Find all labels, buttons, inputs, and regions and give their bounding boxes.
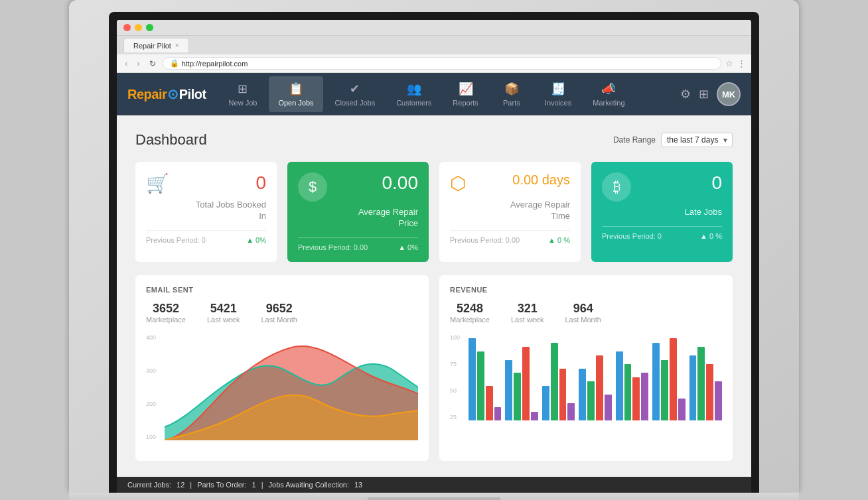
- avg-price-trend: ▲ 0%: [398, 243, 418, 251]
- current-jobs-value: 12: [177, 481, 184, 489]
- bar: [632, 377, 640, 420]
- avg-time-label: Average RepairTime: [450, 200, 570, 222]
- laptop-screen-area: Repair Pilot × ‹ › ↻ 🔒 http://repairpilo…: [69, 0, 799, 493]
- customers-icon: 👥: [407, 82, 421, 96]
- grid-icon[interactable]: ⊞: [699, 87, 709, 101]
- bar: [661, 360, 668, 420]
- revenue-stat-lastmonth: 964 Last Month: [565, 302, 601, 324]
- nav-item-open-jobs[interactable]: 📋 Open Jobs: [269, 76, 323, 112]
- browser-settings-icon[interactable]: ⋮: [737, 58, 746, 68]
- bar: [531, 412, 538, 420]
- revenue-chart-title: REVENUE: [450, 286, 722, 294]
- total-jobs-label: Total Jobs BookedIn: [146, 200, 266, 222]
- revenue-chart-card: REVENUE 5248 Marketplace 321 Last week: [439, 275, 733, 461]
- late-jobs-value: 0: [711, 172, 722, 194]
- dashboard-header: Dashboard Date Range the last 7 days las…: [135, 131, 733, 149]
- bar: [652, 343, 660, 420]
- nav-item-parts[interactable]: 📦 Parts: [490, 76, 533, 112]
- bar: [551, 343, 558, 420]
- browser-chrome: Repair Pilot × ‹ › ↻ 🔒 http://repairpilo…: [117, 20, 751, 493]
- email-marketplace-label: Marketplace: [146, 316, 186, 324]
- traffic-light-green[interactable]: [146, 24, 153, 31]
- email-stat-lastmonth: 9652 Last Month: [261, 302, 297, 324]
- stat-card-total-jobs: 🛒 0 Total Jobs BookedIn Previous Period:…: [135, 162, 277, 262]
- email-lastmonth-value: 9652: [261, 302, 297, 316]
- parts-label: Parts To Order:: [197, 481, 246, 489]
- email-chart-title: EMAIL SENT: [146, 286, 418, 294]
- bookmark-icon[interactable]: ☆: [725, 58, 733, 68]
- bar-group-4: [616, 334, 648, 420]
- url-input[interactable]: 🔒 http://repairpilot.com: [163, 57, 721, 70]
- awaiting-label: Jobs Awaiting Collection:: [269, 481, 349, 489]
- tab-bar: Repair Pilot ×: [117, 36, 751, 54]
- revenue-lastmonth-value: 964: [565, 302, 601, 316]
- email-lastweek-label: Last week: [207, 316, 240, 324]
- marketing-icon: 📣: [601, 82, 616, 96]
- avg-time-value: 0.00 days: [512, 172, 570, 188]
- bar-group-3: [579, 334, 611, 420]
- avg-time-previous: Previous Period: 0.00: [450, 236, 520, 244]
- date-range-wrapper: the last 7 days last 30 days last 90 day…: [661, 133, 733, 147]
- open-jobs-icon: 📋: [289, 82, 303, 96]
- stat-icon-area-late: ₿ 0: [602, 172, 722, 202]
- bar: [514, 373, 521, 420]
- logo: Repair⊙Pilot: [127, 86, 206, 102]
- url-text: http://repairpilot.com: [182, 60, 248, 68]
- email-chart-stats: 3652 Marketplace 5421 Last week 9652: [146, 302, 418, 324]
- bar: [469, 338, 476, 420]
- email-stat-lastweek: 5421 Last week: [207, 302, 240, 324]
- bar: [486, 386, 493, 420]
- browser-tab[interactable]: Repair Pilot ×: [123, 38, 189, 52]
- bar: [579, 369, 586, 420]
- date-range-select[interactable]: the last 7 days last 30 days last 90 day…: [661, 133, 733, 147]
- bar-group-1: [505, 334, 538, 420]
- charts-row: EMAIL SENT 3652 Marketplace 5421 Last we…: [135, 275, 733, 461]
- revenue-lastmonth-label: Last Month: [565, 316, 601, 324]
- nav-item-new-job[interactable]: ⊞ New Job: [220, 76, 267, 112]
- revenue-stat-marketplace: 5248 Marketplace: [450, 302, 490, 324]
- traffic-light-yellow[interactable]: [135, 24, 142, 31]
- browser-titlebar: [117, 20, 751, 36]
- refresh-button[interactable]: ↻: [147, 58, 159, 70]
- laptop-frame: Repair Pilot × ‹ › ↻ 🔒 http://repairpilo…: [69, 0, 799, 500]
- bar-group-0: [469, 334, 501, 420]
- email-lastmonth-label: Last Month: [261, 316, 297, 324]
- stat-icon-area-price: $ 0.00: [298, 172, 418, 202]
- parts-value: 1: [252, 481, 256, 489]
- bar: [697, 347, 705, 420]
- nav-item-customers[interactable]: 👥 Customers: [387, 76, 441, 112]
- invoices-icon: 🧾: [551, 82, 565, 96]
- nav-item-reports[interactable]: 📈 Reports: [443, 76, 488, 112]
- back-button[interactable]: ‹: [122, 57, 130, 70]
- stat-card-avg-price: $ 0.00 Average RepairPrice Previous Peri…: [287, 162, 429, 262]
- settings-icon[interactable]: ⚙: [680, 87, 691, 101]
- stat-icon-area-time: ⬡ 0.00 days: [450, 172, 570, 194]
- stat-card-late-jobs: ₿ 0 Late Jobs Previous Period: 0 ▲ 0 %: [591, 162, 733, 262]
- avg-price-previous: Previous Period: 0.00: [298, 243, 368, 251]
- traffic-light-red[interactable]: [123, 24, 131, 31]
- bar: [689, 355, 697, 420]
- bar-group-5: [652, 334, 685, 420]
- nav-item-closed-jobs[interactable]: ✔ Closed Jobs: [326, 76, 385, 112]
- late-jobs-previous: Previous Period: 0: [602, 232, 662, 240]
- top-navigation: Repair⊙Pilot ⊞ New Job 📋 Open Jobs: [117, 73, 751, 115]
- logo-text: Repair⊙Pilot: [127, 86, 206, 102]
- total-jobs-value: 0: [255, 172, 266, 194]
- screen-bezel: Repair Pilot × ‹ › ↻ 🔒 http://repairpilo…: [109, 12, 759, 493]
- revenue-y-axis: 100 75 50 25: [450, 334, 466, 420]
- email-lastweek-value: 5421: [207, 302, 240, 316]
- bar: [605, 395, 612, 420]
- nav-right-controls: ⚙ ⊞ MK: [680, 82, 741, 106]
- forward-button[interactable]: ›: [134, 57, 142, 70]
- tab-close-button[interactable]: ×: [175, 42, 179, 49]
- late-jobs-label: Late Jobs: [602, 207, 722, 218]
- revenue-lastweek-label: Last week: [511, 316, 544, 324]
- stat-icon-area: 🛒 0: [146, 172, 266, 194]
- nav-item-marketing[interactable]: 📣 Marketing: [583, 76, 634, 112]
- parts-icon: 📦: [504, 82, 519, 96]
- bar: [587, 381, 595, 420]
- nav-item-invoices[interactable]: 🧾 Invoices: [536, 76, 581, 112]
- email-marketplace-value: 3652: [146, 302, 186, 316]
- bar: [505, 360, 512, 420]
- user-avatar[interactable]: MK: [717, 82, 741, 106]
